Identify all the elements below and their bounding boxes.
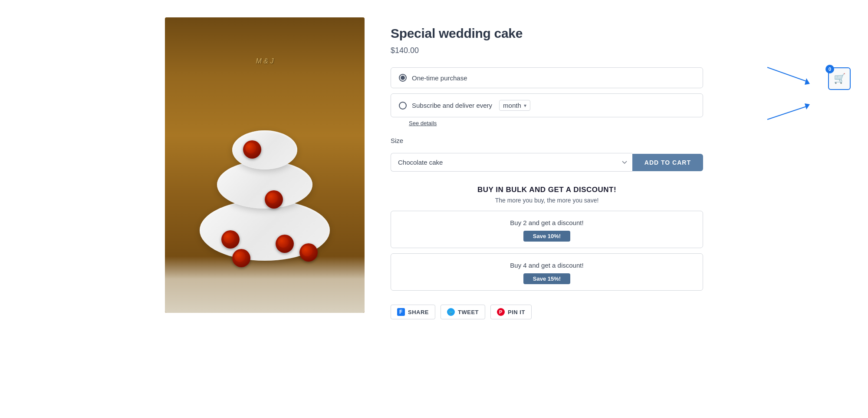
svg-marker-3 (805, 103, 810, 109)
subscribe-radio[interactable] (399, 102, 407, 109)
tweet-label: TWEET (458, 309, 479, 315)
product-price: $140.00 (391, 46, 703, 55)
shopping-cart-icon: 🛒 (834, 73, 845, 84)
subscribe-option[interactable]: Subscribe and deliver every month ▾ (391, 93, 703, 117)
size-select[interactable]: Chocolate cake Vanilla cake Red velvet c… (391, 153, 632, 172)
product-title: Special wedding cake (391, 26, 703, 41)
twitter-icon: 🐦 (447, 308, 455, 316)
cart-icon-box[interactable]: 0 🛒 (828, 67, 851, 90)
cake-topper: M & J (256, 57, 274, 65)
bulk-discount-section: BUY IN BULK AND GET A DISCOUNT! The more… (391, 186, 703, 291)
svg-marker-1 (805, 78, 810, 85)
social-share-row: f SHARE 🐦 TWEET P PIN IT (391, 305, 703, 319)
one-time-label: One-time purchase (412, 74, 467, 82)
rose-decoration (221, 230, 240, 249)
frequency-selector[interactable]: month ▾ (499, 100, 530, 111)
see-details-link[interactable]: See details (409, 120, 703, 126)
bulk-subtitle: The more you buy, the more you save! (391, 197, 703, 204)
facebook-icon: f (397, 308, 405, 316)
add-to-cart-button[interactable]: ADD TO CART (632, 154, 703, 171)
pin-button[interactable]: P PIN IT (490, 305, 532, 319)
bulk-title: BUY IN BULK AND GET A DISCOUNT! (391, 186, 703, 194)
one-time-radio[interactable] (399, 74, 407, 82)
pinterest-icon: P (497, 308, 505, 316)
rose-decoration (265, 190, 283, 209)
share-facebook-button[interactable]: f SHARE (391, 305, 435, 319)
one-time-purchase-option[interactable]: One-time purchase (391, 67, 703, 88)
rose-decoration (299, 243, 318, 262)
save-badge-2: Save 15%! (523, 273, 570, 284)
size-cart-row: Chocolate cake Vanilla cake Red velvet c… (391, 153, 703, 172)
size-select-wrapper: Chocolate cake Vanilla cake Red velvet c… (391, 153, 632, 172)
cart-widget: 0 🛒 (828, 67, 851, 90)
rose-decoration (276, 235, 294, 253)
rose-decoration (232, 249, 250, 267)
bulk-offer-1[interactable]: Buy 2 and get a discount! Save 10%! (391, 211, 703, 248)
annotation-arrows (763, 63, 824, 137)
rose-decoration (243, 140, 261, 159)
product-image: M & J (165, 17, 365, 313)
bulk-offer-2[interactable]: Buy 4 and get a discount! Save 15%! (391, 253, 703, 291)
size-label: Size (391, 137, 703, 144)
save-badge-1: Save 10%! (523, 231, 570, 242)
svg-line-0 (767, 67, 806, 81)
svg-line-2 (767, 106, 806, 119)
tweet-button[interactable]: 🐦 TWEET (441, 305, 485, 319)
tablecloth (165, 256, 365, 313)
frequency-value: month (503, 102, 521, 109)
share-label: SHARE (408, 309, 429, 315)
product-details: Special wedding cake $140.00 One-time pu… (391, 17, 703, 319)
bulk-offer-1-text: Buy 2 and get a discount! (400, 219, 694, 226)
cart-count-badge: 0 (825, 65, 834, 73)
frequency-chevron-icon: ▾ (524, 103, 526, 109)
cake-tier-top (232, 130, 297, 169)
size-section: Size Chocolate cake Vanilla cake Red vel… (391, 137, 703, 172)
pin-label: PIN IT (508, 309, 525, 315)
subscribe-label: Subscribe and deliver every (412, 102, 492, 109)
bulk-offer-2-text: Buy 4 and get a discount! (400, 262, 694, 269)
